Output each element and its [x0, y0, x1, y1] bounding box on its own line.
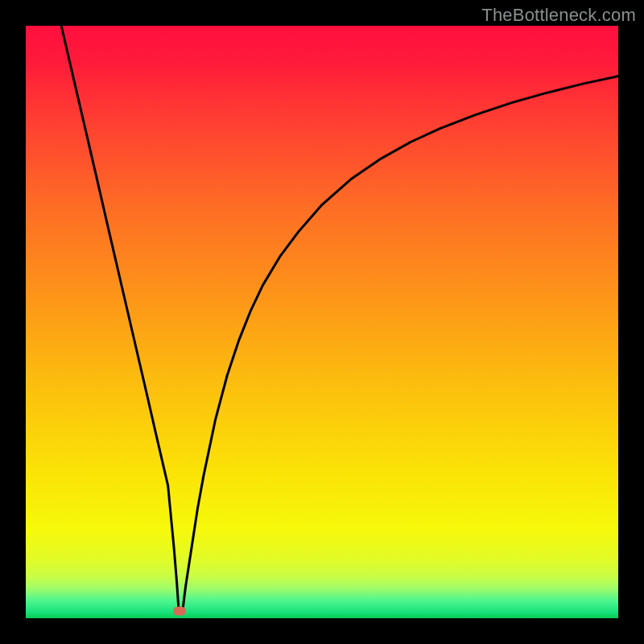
watermark-text: TheBottleneck.com: [481, 5, 636, 26]
minimum-marker: [173, 607, 186, 616]
chart-frame: TheBottleneck.com: [0, 0, 644, 644]
curve-right-branch: [183, 76, 618, 609]
plot-area: [26, 26, 618, 618]
bottleneck-curve: [26, 26, 618, 618]
curve-left-branch: [61, 26, 179, 609]
